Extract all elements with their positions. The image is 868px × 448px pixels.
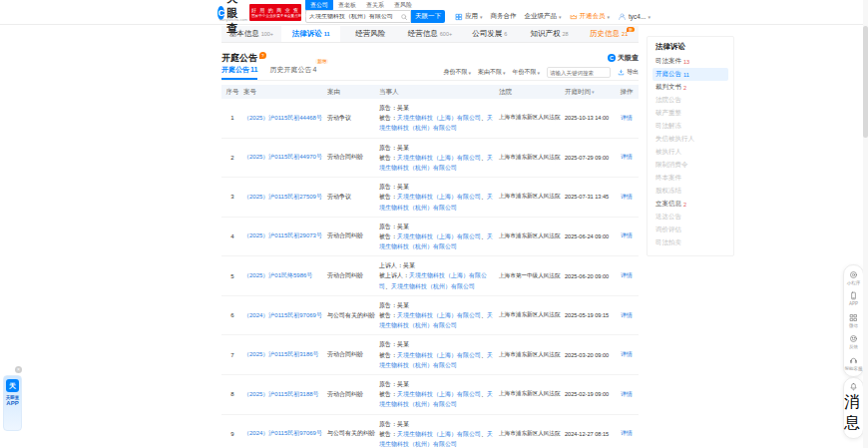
header-nav-item[interactable]: 应用▾ <box>455 12 483 21</box>
case-number-link[interactable]: （2025）沪0115民初27509号 <box>243 194 322 200</box>
header-nav-item[interactable]: tyc4...▾ <box>618 12 651 21</box>
cause-text: 劳动争议 <box>327 114 379 123</box>
sidebar-item-司法案件[interactable]: 司法案件13 <box>652 55 728 68</box>
sidebar-item-label: 立案信息 <box>655 200 681 209</box>
new-tag-badge: 新增 <box>315 59 328 64</box>
detail-link[interactable]: 详情 <box>621 430 633 436</box>
hearing-time: 2025-05-19 09:15 <box>565 312 615 318</box>
party-company-link[interactable]: 天境生物科技（上海）有限公司 <box>397 155 481 161</box>
case-number-link[interactable]: （2024）沪0115民初97069号 <box>243 430 322 436</box>
app-logo-icon: 天 <box>6 379 19 392</box>
sort-icon[interactable]: ▾ <box>592 89 595 95</box>
parties-cell: 原告：吴某被告：天境生物科技（上海）有限公司、天境生物科技（杭州）有限公司 <box>379 103 499 134</box>
close-icon[interactable]: × <box>15 366 22 373</box>
sidebar-item-label: 司法解冻 <box>655 122 681 131</box>
party-line: 被告：天境生物科技（上海）有限公司、天境生物科技（杭州）有限公司 <box>379 429 495 448</box>
party-role-label: 原告： <box>379 421 397 427</box>
party-company-link[interactable]: 天境生物科技（上海）有限公司 <box>397 312 481 318</box>
tab-法律诉讼[interactable]: 法律诉讼11 <box>281 26 341 42</box>
parties-cell: 原告：吴某被告：天境生物科技（上海）有限公司、天境生物科技（杭州）有限公司 <box>379 300 499 331</box>
tab-经营风险[interactable]: 经营风险 <box>340 26 400 42</box>
party-line: 原告：吴某 <box>379 419 495 429</box>
toolbar-item-智能客服[interactable]: 智能客服 <box>844 356 863 371</box>
sidebar-item-count: 13 <box>683 59 689 65</box>
message-bell-button[interactable]: 消息 <box>843 377 864 439</box>
detail-link[interactable]: 详情 <box>621 194 633 200</box>
sidebar-item-label: 破产重整 <box>655 109 681 118</box>
action-cell: 详情 <box>615 271 639 280</box>
sidebar-item-限制消费令: 限制消费令 <box>652 159 728 172</box>
party-role-label: 被告： <box>379 115 397 121</box>
tab-历史信息[interactable]: 历史信息21新 <box>579 26 639 42</box>
sidebar-item-开庭公告[interactable]: 开庭公告11 <box>652 68 728 81</box>
page-scrollbar[interactable] <box>863 0 868 448</box>
party-company-link[interactable]: 天境生物科技（上海）有限公司 <box>397 391 481 397</box>
party-role-label: 被告： <box>379 155 397 161</box>
court-name: 上海市浦东新区人民法院 <box>499 154 565 162</box>
tab-经营信息[interactable]: 经营信息600+ <box>400 26 460 42</box>
case-number-cell: （2025）沪0115民初29073号 <box>243 231 327 240</box>
party-company-link[interactable]: 天境生物科技（上海）有限公司 <box>397 431 481 437</box>
case-number-link[interactable]: （2025）沪0115民初29073号 <box>243 232 322 238</box>
chevron-down-icon: ▾ <box>608 14 611 20</box>
party-role-label: 原告： <box>379 302 397 308</box>
filter-dropdown[interactable]: 案由不限▾ <box>478 68 506 77</box>
search-icon <box>400 13 408 21</box>
tab-公司发展[interactable]: 公司发展6 <box>460 26 520 42</box>
subtab-开庭公告[interactable]: 开庭公告11 <box>221 65 257 80</box>
party-company-link[interactable]: 天境生物科技（上海）有限公司 <box>397 352 481 358</box>
toolbar-item-微信[interactable]: 微信 <box>844 313 863 328</box>
case-number-link[interactable]: （2025）沪0115民初44970号 <box>243 154 322 160</box>
detail-link[interactable]: 详情 <box>621 154 633 160</box>
party-company-link[interactable]: 天境生物科技（上海）有限公司 <box>397 233 481 239</box>
app-download-widget[interactable]: 天 天眼查 APP <box>3 375 22 431</box>
header-nav-item[interactable]: 开通会员▾ <box>570 12 611 21</box>
hearing-table-header: 序号案号案由当事人法院开庭时间▾操作 <box>221 85 639 99</box>
sidebar-item-裁判文书[interactable]: 裁判文书2 <box>652 81 728 94</box>
filter-dropdown[interactable]: 身份不限▾ <box>443 68 471 77</box>
party-line: 被告：天境生物科技（上海）有限公司、天境生物科技（杭州）有限公司 <box>379 192 495 212</box>
header-nav-item[interactable]: 商务合作 <box>491 12 517 21</box>
tab-知识产权[interactable]: 知识产权28 <box>520 26 580 42</box>
sidebar-item-破产重整: 破产重整 <box>652 107 728 120</box>
party-company-link[interactable]: 天境生物科技（杭州）有限公司 <box>391 283 475 289</box>
promo-banner-line2: 国家中小企业发展子基金重点投资项目 <box>251 13 294 18</box>
search-button[interactable]: 天眼一下 <box>411 10 445 23</box>
subtab-历史开庭公告[interactable]: 历史开庭公告4新增 <box>269 65 316 80</box>
tab-count: 28 <box>562 31 568 37</box>
court-name: 上海市浦东新区人民法院 <box>499 351 565 359</box>
toolbar-item-APP[interactable]: APP <box>844 291 863 306</box>
cause-text: 劳动合同纠纷 <box>327 231 379 240</box>
export-button[interactable]: 导出 <box>618 68 639 77</box>
filter-dropdown[interactable]: 年份不限▾ <box>512 68 540 77</box>
case-number-cell: （2024）沪0115民初97069号 <box>243 429 327 438</box>
column-header: 案由 <box>327 88 379 97</box>
keyword-search-input[interactable] <box>550 70 608 76</box>
detail-link[interactable]: 详情 <box>621 312 633 318</box>
hearing-time: 2025-06-24 09:00 <box>565 233 615 239</box>
party-person: 吴某 <box>397 421 409 427</box>
party-company-link[interactable]: 天境生物科技（上海）有限公司 <box>397 194 481 200</box>
detail-link[interactable]: 详情 <box>621 391 633 397</box>
case-number-link[interactable]: （2025）沪0115民初44468号 <box>243 115 322 121</box>
case-number-link[interactable]: （2025）沪01民终5986号 <box>243 272 312 278</box>
search-input[interactable] <box>306 14 400 20</box>
logo[interactable]: C 天眼查 tianyancha.com <box>217 0 245 25</box>
scrollbar-thumb[interactable] <box>863 26 868 138</box>
sidebar-item-立案信息[interactable]: 立案信息2 <box>652 198 728 211</box>
party-role-label: 被告： <box>379 352 397 358</box>
detail-link[interactable]: 详情 <box>621 351 633 357</box>
toolbar-item-小程序[interactable]: 小程序 <box>844 270 863 285</box>
header-nav-item[interactable]: 企业级产品▾ <box>525 12 562 21</box>
case-number-link[interactable]: （2025）沪0115民初3186号 <box>243 351 319 357</box>
party-company-link[interactable]: 天境生物科技（上海）有限公司 <box>397 115 481 121</box>
case-number-cell: （2025）沪0115民初44468号 <box>243 114 327 123</box>
toolbar-item-反馈[interactable]: 反馈 <box>844 334 863 349</box>
detail-link[interactable]: 详情 <box>621 232 633 238</box>
case-number-link[interactable]: （2025）沪0115民初3188号 <box>243 391 319 397</box>
chevron-down-icon: ▾ <box>559 14 562 20</box>
detail-link[interactable]: 详情 <box>621 115 633 121</box>
detail-link[interactable]: 详情 <box>621 272 633 278</box>
action-cell: 详情 <box>615 153 639 162</box>
case-number-link[interactable]: （2024）沪0115民初97069号 <box>243 312 322 318</box>
